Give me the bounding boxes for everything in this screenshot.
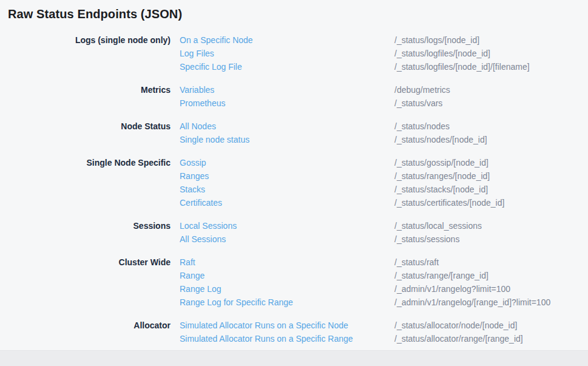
category-label: Allocator [8, 319, 171, 332]
endpoint-links-column: Local SessionsAll Sessions [180, 219, 394, 246]
endpoint-group-row: MetricsVariablesPrometheus/debug/metrics… [8, 83, 588, 110]
endpoint-path: /_status/logs/[node_id] [394, 33, 588, 47]
endpoint-group-row: Single Node SpecificGossipRangesStacksCe… [8, 156, 588, 209]
endpoint-link[interactable]: All Sessions [180, 232, 394, 246]
endpoint-path: /_status/raft [394, 256, 588, 269]
endpoint-links-column: On a Specific NodeLog FilesSpecific Log … [180, 33, 394, 73]
endpoint-paths-column: /_status/local_sessions/_status/sessions [394, 219, 588, 246]
endpoint-link[interactable]: Range Log for Specific Range [180, 296, 394, 309]
endpoint-group-row: Node StatusAll NodesSingle node status/_… [8, 120, 588, 146]
endpoint-link[interactable]: Range [180, 269, 394, 282]
endpoint-path: /_status/ranges/[node_id] [394, 169, 588, 183]
endpoint-path: /_status/logfiles/[node_id]/[filename] [394, 60, 588, 73]
category-label: Logs (single node only) [8, 33, 171, 47]
endpoint-path: /_status/stacks/[node_id] [394, 183, 588, 196]
category-label: Node Status [8, 120, 171, 133]
category-label: Single Node Specific [8, 156, 171, 169]
endpoint-links-column: Simulated Allocator Runs on a Specific N… [180, 319, 394, 345]
endpoint-path: /_admin/v1/rangelog/[range_id]?limit=100 [394, 296, 588, 309]
endpoint-link[interactable]: Certificates [180, 196, 394, 209]
raw-status-endpoints-panel: Raw Status Endpoints (JSON) Logs (single… [0, 0, 588, 351]
endpoint-link[interactable]: Single node status [180, 133, 394, 146]
endpoint-group-row: Cluster WideRaftRangeRange LogRange Log … [8, 256, 588, 309]
endpoint-links-column: All NodesSingle node status [180, 120, 394, 146]
endpoint-group-row: SessionsLocal SessionsAll Sessions/_stat… [8, 219, 588, 246]
endpoint-path: /_status/gossip/[node_id] [394, 156, 588, 169]
endpoint-path: /_admin/v1/rangelog?limit=100 [394, 282, 588, 296]
endpoint-link[interactable]: Simulated Allocator Runs on a Specific N… [180, 319, 394, 332]
endpoint-paths-column: /_status/raft/_status/range/[range_id]/_… [394, 256, 588, 309]
endpoint-link[interactable]: Stacks [180, 183, 394, 196]
page-title: Raw Status Endpoints (JSON) [8, 7, 588, 21]
endpoint-links-column: GossipRangesStacksCertificates [180, 156, 394, 209]
category-label: Sessions [8, 219, 171, 232]
endpoint-link[interactable]: Prometheus [180, 97, 394, 110]
endpoint-path: /_status/logfiles/[node_id] [394, 47, 588, 60]
endpoint-links-column: VariablesPrometheus [180, 83, 394, 110]
endpoint-link[interactable]: Raft [180, 256, 394, 269]
endpoint-path: /_status/nodes [394, 120, 588, 133]
endpoint-paths-column: /_status/logs/[node_id]/_status/logfiles… [394, 33, 588, 73]
endpoint-group-row: Logs (single node only)On a Specific Nod… [8, 33, 588, 73]
endpoint-link[interactable]: Local Sessions [180, 219, 394, 232]
endpoint-path: /_status/range/[range_id] [394, 269, 588, 282]
endpoint-link[interactable]: Variables [180, 83, 394, 97]
endpoint-paths-column: /_status/gossip/[node_id]/_status/ranges… [394, 156, 588, 209]
endpoint-path: /_status/allocator/range/[range_id] [394, 332, 588, 345]
category-label: Cluster Wide [8, 256, 171, 269]
endpoint-paths-column: /debug/metrics/_status/vars [394, 83, 588, 110]
endpoint-paths-column: /_status/nodes/_status/nodes/[node_id] [394, 120, 588, 146]
endpoint-link[interactable]: On a Specific Node [180, 33, 394, 47]
endpoint-path: /_status/nodes/[node_id] [394, 133, 588, 146]
category-label: Metrics [8, 83, 171, 97]
endpoint-link[interactable]: Range Log [180, 282, 394, 296]
endpoint-link[interactable]: Gossip [180, 156, 394, 169]
endpoint-link[interactable]: Log Files [180, 47, 394, 60]
endpoints-table: Logs (single node only)On a Specific Nod… [8, 33, 588, 345]
endpoint-paths-column: /_status/allocator/node/[node_id]/_statu… [394, 319, 588, 345]
endpoint-path: /debug/metrics [394, 83, 588, 97]
endpoint-link[interactable]: All Nodes [180, 120, 394, 133]
endpoint-path: /_status/allocator/node/[node_id] [394, 319, 588, 332]
endpoint-path: /_status/certificates/[node_id] [394, 196, 588, 209]
endpoint-path: /_status/vars [394, 97, 588, 110]
endpoint-path: /_status/sessions [394, 232, 588, 246]
endpoint-group-row: AllocatorSimulated Allocator Runs on a S… [8, 319, 588, 345]
endpoint-link[interactable]: Specific Log File [180, 60, 394, 73]
endpoint-link[interactable]: Simulated Allocator Runs on a Specific R… [180, 332, 394, 345]
endpoint-links-column: RaftRangeRange LogRange Log for Specific… [180, 256, 394, 309]
endpoint-link[interactable]: Ranges [180, 169, 394, 183]
endpoint-path: /_status/local_sessions [394, 219, 588, 232]
